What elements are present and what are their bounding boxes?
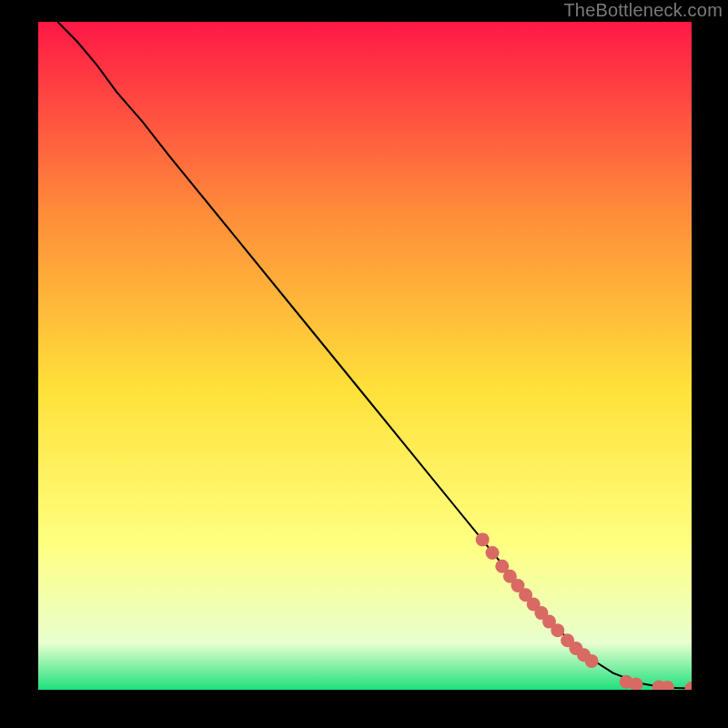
chart-svg bbox=[38, 22, 692, 690]
gradient-background bbox=[38, 22, 692, 690]
data-point bbox=[585, 654, 599, 668]
chart-frame: TheBottleneck.com bbox=[0, 0, 728, 728]
data-point bbox=[486, 546, 500, 560]
data-point bbox=[476, 532, 490, 546]
watermark-text: TheBottleneck.com bbox=[563, 0, 723, 21]
plot-area bbox=[38, 22, 692, 690]
data-point bbox=[551, 623, 564, 637]
